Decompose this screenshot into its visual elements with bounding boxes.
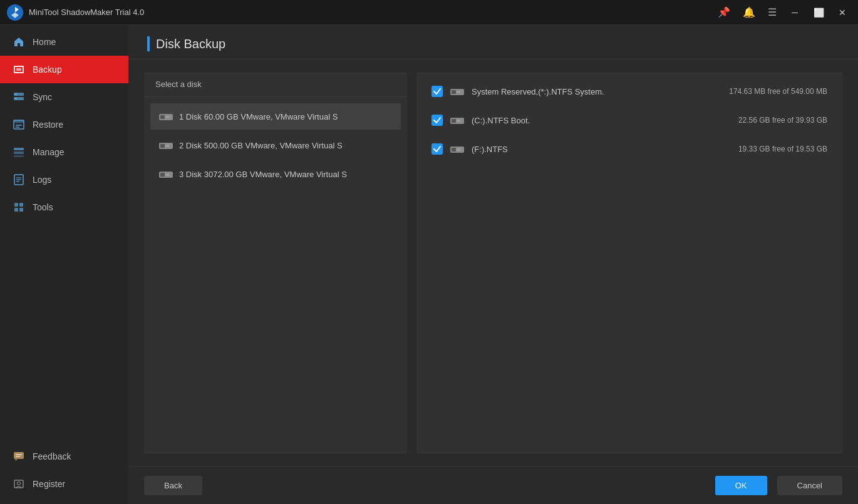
pin-icon[interactable]: 📌 — [714, 5, 734, 19]
maximize-button[interactable]: ⬜ — [809, 4, 828, 21]
cancel-button[interactable]: Cancel — [777, 476, 842, 495]
tools-icon — [13, 201, 25, 213]
partition-checkbox-f[interactable] — [432, 143, 443, 155]
svg-rect-7 — [15, 98, 17, 100]
disk-item-1[interactable]: 1 Disk 60.00 GB VMware, VMware Virtual S — [150, 103, 401, 130]
sidebar-item-manage-label: Manage — [33, 147, 65, 157]
restore-icon — [13, 118, 25, 131]
partition-size-c: 22.56 GB free of 39.93 GB — [738, 116, 827, 125]
svg-rect-6 — [15, 93, 17, 95]
disk-left-panel: Select a disk 1 Disk 60.00 — [144, 72, 407, 454]
svg-rect-34 — [160, 144, 165, 148]
svg-rect-23 — [14, 452, 24, 459]
manage-icon — [13, 146, 25, 158]
app-logo — [6, 4, 24, 21]
disk-drive-icon-3 — [159, 168, 173, 180]
svg-rect-13 — [14, 152, 24, 154]
sidebar-item-logs[interactable]: Logs — [0, 166, 128, 193]
app-title: MiniTool ShadowMaker Trial 4.0 — [29, 8, 714, 17]
partition-name-f: (F:).NTFS — [472, 145, 731, 154]
sidebar-item-tools-label: Tools — [33, 202, 53, 212]
partition-checkbox-c[interactable] — [432, 115, 443, 126]
svg-rect-19 — [14, 203, 18, 207]
disk-right-panel: System Reserved,(*:).NTFS System. 174.63… — [416, 72, 842, 454]
disk-drive-icon-2 — [159, 140, 173, 151]
title-accent — [147, 36, 150, 51]
footer-right-buttons: OK Cancel — [715, 476, 842, 495]
notification-icon[interactable]: 🔔 — [739, 5, 759, 19]
sidebar-item-sync[interactable]: Sync — [0, 83, 128, 111]
partition-drive-icon-f — [450, 144, 464, 154]
partition-size-f: 19.33 GB free of 19.53 GB — [738, 145, 827, 153]
minimize-button[interactable]: ─ — [785, 4, 804, 21]
disk-area: Select a disk 1 Disk 60.00 — [128, 59, 858, 466]
sidebar-item-register-label: Register — [33, 479, 65, 489]
partition-drive-icon-sysreserved — [450, 86, 464, 96]
back-button[interactable]: Back — [144, 476, 202, 495]
svg-rect-14 — [14, 155, 24, 157]
partition-item-c[interactable]: (C:).NTFS Boot. 22.56 GB free of 39.93 G… — [423, 107, 836, 133]
disk-item-3[interactable]: 3 Disk 3072.00 GB VMware, VMware Virtual… — [150, 161, 401, 187]
logs-icon — [13, 173, 25, 186]
partition-name-sysreserved: System Reserved,(*:).NTFS System. — [472, 87, 721, 96]
content-area: Disk Backup Select a disk — [128, 25, 858, 504]
partition-item-sysreserved[interactable]: System Reserved,(*:).NTFS System. 174.63… — [423, 78, 836, 105]
main-layout: Home Backup Sync — [0, 25, 858, 504]
title-bar: MiniTool ShadowMaker Trial 4.0 📌 🔔 ☰ ─ ⬜… — [0, 0, 858, 25]
page-title: Disk Backup — [147, 36, 839, 51]
sidebar-item-feedback[interactable]: Feedback — [0, 443, 128, 470]
sidebar-item-home[interactable]: Home — [0, 28, 128, 56]
sidebar-item-backup-label: Backup — [33, 64, 62, 75]
sidebar-item-register[interactable]: Register — [0, 470, 128, 498]
sidebar-bottom: Feedback Register — [0, 443, 128, 504]
disk-item-3-label: 3 Disk 3072.00 GB VMware, VMware Virtual… — [179, 170, 347, 179]
disk-item-2[interactable]: 2 Disk 500.00 GB VMware, VMware Virtual … — [150, 132, 401, 158]
partition-checkbox-sysreserved[interactable] — [432, 86, 443, 97]
svg-rect-49 — [452, 119, 456, 123]
svg-point-27 — [18, 482, 21, 485]
sidebar-item-tools[interactable]: Tools — [0, 193, 128, 221]
disk-drive-icon-1 — [159, 111, 173, 122]
svg-rect-44 — [452, 90, 456, 94]
ok-button[interactable]: OK — [715, 476, 767, 495]
feedback-icon — [13, 450, 25, 463]
svg-rect-22 — [19, 208, 23, 212]
sync-icon — [13, 91, 25, 103]
svg-rect-9 — [14, 120, 24, 123]
sidebar-item-manage[interactable]: Manage — [0, 138, 128, 166]
partition-size-sysreserved: 174.63 MB free of 549.00 MB — [729, 87, 827, 96]
window-controls: 📌 🔔 ☰ ─ ⬜ ✕ — [714, 4, 852, 21]
disk-item-2-label: 2 Disk 500.00 GB VMware, VMware Virtual … — [179, 141, 343, 150]
footer: Back OK Cancel — [128, 466, 858, 504]
svg-rect-29 — [160, 115, 165, 119]
svg-rect-3 — [16, 68, 21, 71]
svg-rect-39 — [160, 173, 165, 177]
sidebar-item-logs-label: Logs — [33, 175, 51, 185]
sidebar-item-feedback-label: Feedback — [33, 451, 71, 461]
sidebar-item-sync-label: Sync — [33, 92, 52, 102]
page-title-text: Disk Backup — [156, 37, 225, 51]
menu-icon[interactable]: ☰ — [764, 5, 780, 19]
disk-list: 1 Disk 60.00 GB VMware, VMware Virtual S — [144, 97, 407, 193]
svg-rect-12 — [14, 148, 24, 150]
register-icon — [13, 478, 25, 490]
svg-rect-54 — [452, 148, 456, 152]
backup-icon — [13, 63, 25, 76]
page-header: Disk Backup — [128, 25, 858, 59]
partition-drive-icon-c — [450, 115, 464, 125]
svg-rect-21 — [14, 208, 18, 212]
home-icon — [13, 36, 25, 48]
sidebar-item-backup[interactable]: Backup — [0, 56, 128, 83]
partition-list: System Reserved,(*:).NTFS System. 174.63… — [416, 72, 842, 168]
partition-item-f[interactable]: (F:).NTFS 19.33 GB free of 19.53 GB — [423, 136, 836, 162]
sidebar-item-home-label: Home — [33, 37, 56, 47]
sidebar-item-restore-label: Restore — [33, 120, 63, 130]
close-button[interactable]: ✕ — [833, 4, 852, 21]
sidebar: Home Backup Sync — [0, 25, 128, 504]
disk-item-1-label: 1 Disk 60.00 GB VMware, VMware Virtual S — [179, 112, 338, 121]
partition-name-c: (C:).NTFS Boot. — [472, 116, 731, 125]
sidebar-item-restore[interactable]: Restore — [0, 111, 128, 138]
panel-header: Select a disk — [144, 72, 407, 97]
svg-rect-20 — [19, 203, 23, 207]
